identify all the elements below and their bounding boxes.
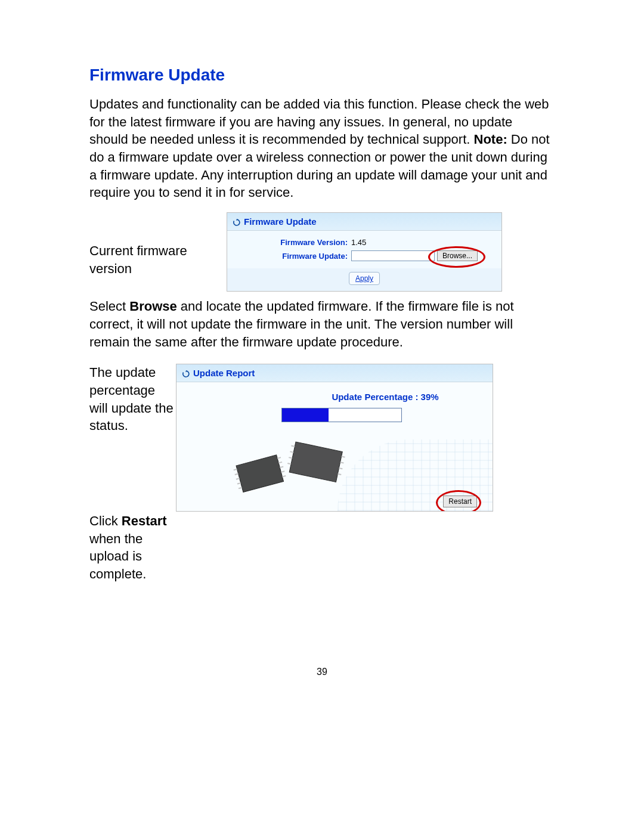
svg-line-8 [237,483,241,484]
svg-line-7 [236,478,240,479]
svg-line-16 [291,446,295,447]
svg-line-18 [289,457,292,458]
svg-line-22 [339,468,342,469]
p2-pre: Select [89,299,129,314]
refresh-icon [182,370,190,377]
svg-line-12 [280,467,283,468]
caption-restart: Click Restart when the upload is complet… [89,512,176,583]
chip-icon [230,436,361,501]
svg-line-21 [340,462,344,463]
svg-line-19 [287,463,291,464]
page-heading: Firmware Update [89,66,555,85]
restart-pre: Click [89,513,122,528]
p2-bold: Browse [129,299,177,314]
browse-paragraph: Select Browse and locate the updated fir… [89,298,555,351]
intro-paragraph: Updates and functionality can be added v… [89,95,555,202]
note-label: Note: [474,132,507,147]
restart-bold: Restart [122,513,167,528]
page-number: 39 [89,667,555,677]
svg-line-23 [338,474,341,475]
firmware-file-input[interactable] [351,250,435,261]
panel-header: Firmware Update [227,213,501,231]
progress-fill [282,408,329,422]
update-percentage-label: Update Percentage : 39% [287,392,483,402]
refresh-icon [233,218,240,225]
svg-line-6 [235,474,239,475]
update-report-panel: Update Report Update Percentage : 39% [176,364,493,512]
svg-line-13 [281,471,284,472]
panel2-header: Update Report [177,364,493,382]
restart-post: when the upload is complete. [89,531,146,581]
restart-button[interactable]: Restart [443,496,477,507]
panel2-title: Update Report [193,368,255,378]
firmware-version-label: Firmware Version: [234,238,351,247]
firmware-version-value: 1.45 [351,238,366,247]
svg-rect-15 [289,442,342,482]
svg-line-14 [282,476,286,477]
svg-line-17 [290,452,293,453]
svg-rect-4 [236,455,284,493]
apply-button[interactable]: Apply [349,272,380,285]
svg-line-20 [342,457,345,457]
svg-line-10 [277,457,281,459]
firmware-update-panel: Firmware Update Firmware Version: 1.45 F… [227,212,502,292]
caption-update-percentage: The update percentage will update the st… [89,364,176,435]
svg-line-11 [278,462,282,463]
firmware-update-label: Firmware Update: [234,252,351,261]
browse-button[interactable]: Browse... [437,250,478,261]
svg-line-9 [239,488,242,489]
progress-bar [281,408,402,422]
panel1-title: Firmware Update [244,216,317,227]
svg-line-5 [234,469,237,470]
caption-current-version: Current firmware version [89,212,227,277]
